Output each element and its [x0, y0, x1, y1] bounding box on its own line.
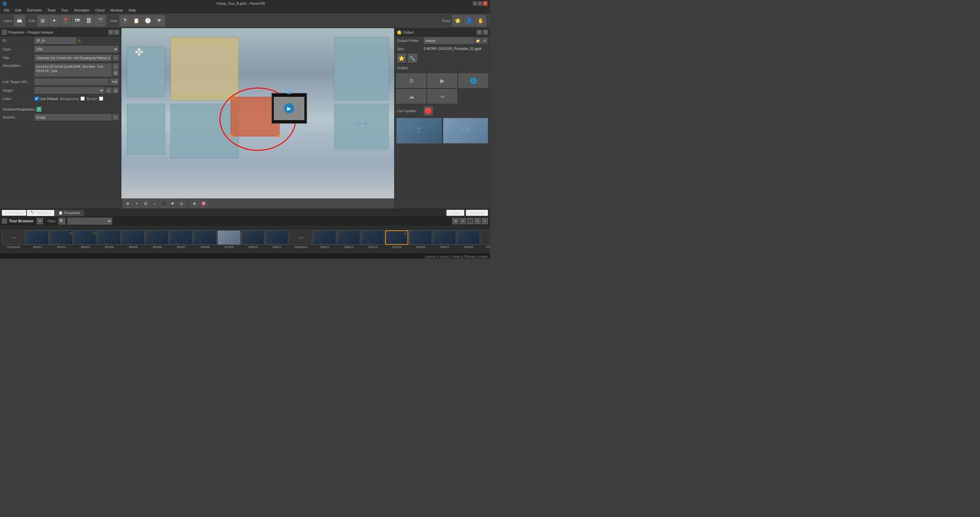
tb-sync-btn[interactable]: ↻	[474, 218, 481, 224]
edit-path-btn[interactable]: 🛤	[83, 15, 94, 26]
viewer-btn-grid[interactable]: ⊟	[142, 200, 150, 207]
shot-thumb-13[interactable]	[337, 231, 360, 245]
output-close-btn[interactable]: ✕	[483, 30, 488, 35]
shot-thumb-1[interactable]	[26, 231, 49, 245]
output-folder-browse-btn[interactable]: 📁	[475, 38, 481, 43]
viewer-btn-poly[interactable]: ⬛	[160, 200, 167, 207]
link-target-input[interactable]	[35, 79, 108, 85]
shot-thumb-6[interactable]	[146, 231, 169, 245]
filter-icon-btn[interactable]: 🔍	[59, 218, 65, 224]
menu-file[interactable]: File	[1, 8, 12, 13]
use-default-label[interactable]: Use Default	[35, 97, 58, 101]
shot-thumb-4[interactable]	[98, 231, 121, 245]
shot-thumb-15[interactable]: ⚠	[385, 231, 408, 245]
viewer-btn-sphere[interactable]: ⊕	[124, 200, 132, 207]
shot-thumb-8[interactable]	[194, 231, 216, 245]
output-export-btn[interactable]: ⇒	[427, 89, 457, 103]
type-select[interactable]: URL	[35, 46, 119, 52]
tb-ctrl-2[interactable]: ✕	[460, 218, 466, 224]
tb-expand-btn[interactable]: ⬛	[467, 218, 473, 224]
close-button[interactable]: ✕	[483, 1, 487, 6]
props-close-btn[interactable]: ✕	[114, 30, 119, 35]
shot-thumb-5[interactable]	[122, 231, 145, 245]
menu-help[interactable]: Help	[126, 8, 138, 13]
output-settings-btn[interactable]: ⚙	[396, 73, 426, 88]
view-eye-btn[interactable]: 👁	[154, 15, 165, 26]
use-default-checkbox[interactable]	[35, 97, 39, 101]
edit-pin-btn[interactable]: 📍	[60, 15, 71, 26]
output-sync-btn[interactable]: ↻	[477, 30, 482, 35]
target-select[interactable]	[35, 87, 105, 94]
props-sync-btn[interactable]: ↻	[108, 30, 113, 35]
viewer-btn-select[interactable]: ✥	[169, 200, 176, 207]
description-image-btn[interactable]: 🖼	[113, 70, 119, 76]
output-play-btn[interactable]: ▶	[427, 73, 457, 88]
view-clock-btn[interactable]: 🕐	[142, 15, 153, 26]
tab-output[interactable]: Output	[446, 210, 465, 216]
filter-dropdown[interactable]	[67, 218, 112, 224]
hotspot-handle-bl[interactable]	[230, 135, 232, 137]
live-update-btn[interactable]: 🔴	[424, 107, 433, 115]
preview-panel-1[interactable]: ⊤	[396, 118, 442, 143]
viewer-btn-add[interactable]: +	[133, 200, 140, 207]
chapter-thumb-02[interactable]: CH	[481, 231, 490, 245]
textinfo-input[interactable]	[35, 114, 111, 121]
textinfo-edit-btn[interactable]: ✏	[113, 115, 119, 120]
skin-edit-btn[interactable]: 🔧	[408, 54, 417, 63]
view-binoculars-btn[interactable]: 🔭	[119, 15, 130, 26]
video-play-btn[interactable]: ▶	[284, 103, 294, 113]
minimize-button[interactable]: ─	[473, 1, 477, 6]
shot-thumb-2[interactable]: ⚠	[50, 231, 73, 245]
title-input[interactable]	[35, 55, 111, 61]
shot-thumb-17[interactable]	[433, 231, 456, 245]
tb-close-btn[interactable]: ✕	[482, 218, 488, 224]
skin-star-btn[interactable]: ⭐	[397, 54, 406, 63]
tour-browser-dropdown-btn[interactable]: ▼	[37, 218, 43, 224]
hotspot-handle-br[interactable]	[278, 135, 280, 137]
chapter-thumb-01[interactable]: CH	[290, 231, 312, 245]
target-btn2[interactable]: ■	[113, 87, 119, 93]
add-custom-prop-btn[interactable]: +	[37, 107, 41, 112]
edit-grid-btn[interactable]: ⊞	[37, 15, 48, 26]
shot-thumb-7[interactable]	[170, 231, 192, 245]
output-folder-clear-btn[interactable]: ✕	[482, 38, 487, 43]
target-btn1[interactable]: ⊙	[106, 87, 111, 93]
edit-shape-btn[interactable]: ✦	[49, 15, 60, 26]
tools-user-btn[interactable]: 👤	[464, 15, 475, 26]
view-list-btn[interactable]: 📋	[131, 15, 142, 26]
tab-list-view[interactable]: ≡ List View	[2, 210, 26, 216]
tools-star-btn[interactable]: ⭐	[452, 15, 463, 26]
video-screen[interactable]: ▶ ⊕	[272, 93, 307, 124]
hotspot-handle-tl[interactable]	[230, 96, 232, 99]
menu-tour[interactable]: Tour	[59, 8, 71, 13]
output-cloud-btn[interactable]: ☁	[396, 89, 426, 103]
preview-panel-2[interactable]: ⊤⊤	[443, 118, 488, 143]
shot-thumb-3[interactable]: ⚠	[74, 231, 97, 245]
tools-hand-btn[interactable]: ✋	[475, 15, 486, 26]
shot-thumb-11[interactable]	[266, 231, 288, 245]
menu-animation[interactable]: Animation	[72, 8, 92, 13]
edit-reel-btn[interactable]: 🎬	[95, 15, 106, 26]
output-folder-input[interactable]	[424, 37, 474, 44]
input-pano-btn[interactable]: 🏔	[14, 15, 25, 26]
compass-rose[interactable]: ✤	[131, 44, 147, 60]
border-checkbox[interactable]	[99, 97, 103, 101]
output-globe-btn[interactable]: 🌐	[458, 73, 488, 88]
shot-thumb-10[interactable]	[242, 231, 264, 245]
shot-thumb-14[interactable]	[361, 231, 384, 245]
tb-ctrl-1[interactable]: ⊞	[452, 218, 459, 224]
shot-thumb-12[interactable]	[313, 231, 336, 245]
menu-edit[interactable]: Edit	[13, 8, 24, 13]
edit-map-btn[interactable]: 🗺	[72, 15, 83, 26]
viewer-btn-color[interactable]: 🎯	[200, 200, 207, 207]
menu-cloud[interactable]: Cloud	[93, 8, 107, 13]
description-edit-btn[interactable]: ✏	[113, 64, 119, 69]
viewer-btn-move[interactable]: ↔	[151, 200, 158, 207]
tab-properties[interactable]: 📋 Properties	[55, 210, 84, 216]
chapter-thumb-0[interactable]: CH	[2, 231, 25, 245]
menu-window[interactable]: Window	[108, 8, 125, 13]
maximize-button[interactable]: □	[478, 1, 482, 6]
panorama-viewer[interactable]: ⊤⊤ ▶ ⊕ ✤ ⊕ + ⊟ ↔	[121, 28, 394, 208]
background-checkbox[interactable]	[81, 97, 85, 101]
title-edit-btn[interactable]: ✏	[113, 55, 119, 61]
